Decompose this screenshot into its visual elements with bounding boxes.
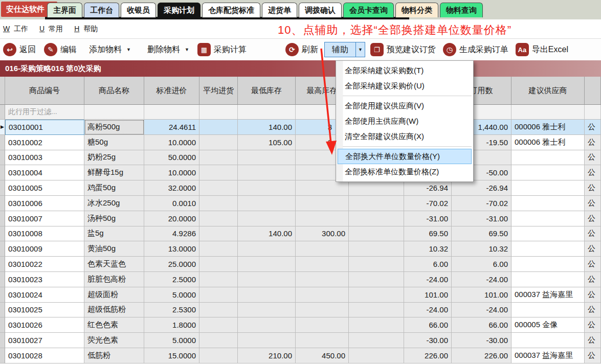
cell-min[interactable] [238,257,296,272]
cell-price[interactable]: 50.0000 [144,150,199,166]
chevron-down-icon[interactable]: ▼ [355,42,365,57]
cell-supplier[interactable]: 000005 金像 [511,317,585,333]
cell-hidden[interactable]: -30.00 [404,333,452,348]
toolbar-button-删除物料[interactable]: 删除物料▼ [147,44,189,55]
tab-仓库配货标准[interactable]: 仓库配货标准 [202,3,260,17]
cell-max[interactable] [296,287,349,303]
cell-name[interactable]: 荧光色素 [84,333,144,348]
cell-name[interactable]: 脏脏包高粉 [84,272,144,287]
cell-avail[interactable]: 226.00 [452,348,511,363]
column-header-平均进货[interactable]: 平均进货 [199,77,238,105]
cell-blank[interactable] [349,180,404,196]
toolbar-button-添加物料[interactable]: 添加物料▼ [89,44,131,55]
tab-主界面[interactable]: 主界面 [47,3,82,17]
cell-max[interactable] [296,196,349,211]
cell-code[interactable]: 03010024 [5,287,84,303]
cell-blank[interactable] [349,241,404,257]
tab-采购计划[interactable]: 采购计划 [158,3,201,17]
cell-min[interactable] [238,287,296,303]
cell-hidden[interactable]: -26.94 [404,180,452,196]
cell-hidden[interactable]: 66.00 [404,317,452,333]
cell-price[interactable]: 1.8000 [144,317,199,333]
cell-max[interactable] [296,272,349,287]
cell-avail[interactable]: 6.00 [452,257,511,272]
cell-code[interactable]: 03010026 [5,317,84,333]
toolbar-button-返回[interactable]: ↩返回 [3,43,36,56]
menu-item[interactable]: 全部换标准单位数量价格(Z) [336,164,473,179]
menu-item[interactable]: 全部采纳建议采购数(T) [336,63,473,78]
cell-min[interactable] [238,272,296,287]
cell-hidden[interactable]: 6.00 [404,257,452,272]
cell-avail[interactable]: -70.02 [452,196,511,211]
cell-code[interactable]: 03010005 [5,180,84,196]
column-header-建议供应商[interactable]: 建议供应商 [511,77,585,105]
cell-min[interactable]: 105.00 [238,135,296,150]
cell-unit[interactable]: 公 [585,348,601,363]
cell-hidden[interactable]: 101.00 [404,287,452,303]
cell-unit[interactable]: 公 [585,241,601,257]
cell-blank[interactable] [349,287,404,303]
cell-avg[interactable] [199,241,238,257]
toolbar-button-辅助[interactable]: 辅助▼ [324,42,365,57]
filter-cell-price[interactable] [144,105,199,120]
cell-blank[interactable] [349,226,404,242]
cell-unit[interactable]: 公 [585,317,601,333]
cell-hidden[interactable]: 10.32 [404,241,452,257]
tab-物料分类[interactable]: 物料分类 [395,3,438,17]
cell-avg[interactable] [199,165,238,180]
cell-max[interactable] [296,241,349,257]
cell-supplier[interactable]: 000037 益海嘉里 [511,348,585,363]
cell-supplier[interactable] [511,272,585,287]
cell-hidden[interactable]: -24.00 [404,272,452,287]
cell-min[interactable] [238,165,296,180]
cell-unit[interactable]: 公 [585,257,601,272]
cell-unit[interactable]: 公 [585,165,601,180]
cell-name[interactable]: 奶粉25g [84,150,144,166]
cell-name[interactable]: 鸡蛋50g [84,180,144,196]
cell-supplier[interactable]: 000006 雅士利 [511,135,585,150]
cell-max[interactable]: 300.00 [296,226,349,242]
menu-item[interactable]: 清空全部建议供应商(X) [336,129,473,144]
tab-进货单[interactable]: 进货单 [262,3,297,17]
filter-cell-code[interactable]: 此行用于过滤... [5,105,84,120]
column-header-标准进价[interactable]: 标准进价 [144,77,199,105]
cell-supplier[interactable] [511,226,585,242]
cell-blank[interactable] [349,211,404,226]
cell-unit[interactable]: 公 [585,303,601,318]
cell-avg[interactable] [199,196,238,211]
cell-code[interactable]: 03010009 [5,241,84,257]
cell-name[interactable]: 冰水250g [84,196,144,211]
cell-max[interactable] [296,317,349,333]
cell-unit[interactable]: 公 [585,180,601,196]
cell-code[interactable]: 03010027 [5,333,84,348]
cell-avg[interactable] [199,120,238,135]
cell-price[interactable]: 24.4611 [144,120,199,135]
cell-hidden[interactable]: -24.00 [404,303,452,318]
cell-avg[interactable] [199,226,238,242]
toolbar-button-生成采购订单[interactable]: ◷生成采购订单 [443,43,508,56]
cell-min[interactable] [238,317,296,333]
tab-工作台[interactable]: 工作台 [84,3,119,17]
cell-avail[interactable]: 69.50 [452,226,511,242]
cell-supplier[interactable] [511,333,585,348]
toolbar-button-预览建议订货[interactable]: ❐预览建议订货 [370,43,436,56]
cell-unit[interactable]: 公 [585,287,601,303]
tab-会员卡查询[interactable]: 会员卡查询 [343,3,394,17]
cell-min[interactable] [238,241,296,257]
filter-cell-avg[interactable] [199,105,238,120]
cell-code[interactable]: 03010008 [5,226,84,242]
cell-avail[interactable]: -31.00 [452,211,511,226]
menubar-item-工作[interactable]: W 工作 [3,25,28,34]
cell-avail[interactable]: 10.32 [452,241,511,257]
cell-supplier[interactable] [511,257,585,272]
cell-code[interactable]: 03010028 [5,348,84,363]
cell-price[interactable]: 2.5300 [144,303,199,318]
cell-name[interactable]: 红色色素 [84,317,144,333]
cell-code[interactable]: 03010001 [5,120,84,135]
cell-price[interactable]: 32.0000 [144,180,199,196]
chevron-down-icon[interactable]: ▼ [126,47,131,52]
cell-code[interactable]: 03010022 [5,257,84,272]
cell-price[interactable]: 10.0000 [144,135,199,150]
cell-name[interactable]: 高粉500g [84,120,144,135]
tab-调拨确认[interactable]: 调拨确认 [299,3,342,17]
